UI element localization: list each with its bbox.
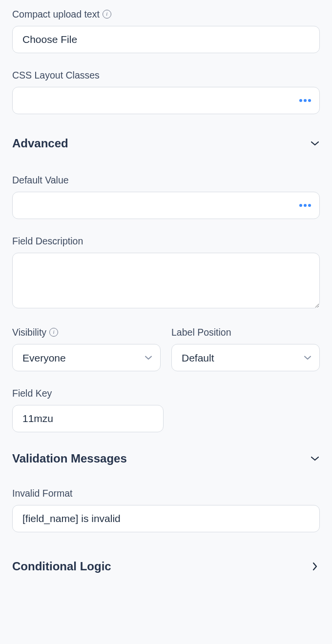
css-layout-field: CSS Layout Classes xyxy=(12,70,320,114)
label-position-label-row: Label Position xyxy=(171,327,320,338)
field-description-field: Field Description xyxy=(12,236,320,310)
css-layout-label-row: CSS Layout Classes xyxy=(12,70,320,81)
default-value-label: Default Value xyxy=(12,175,69,186)
invalid-format-label-row: Invalid Format xyxy=(12,488,320,499)
visibility-select-wrapper: Everyone xyxy=(12,344,161,371)
compact-upload-label: Compact upload text xyxy=(12,9,100,20)
advanced-section-header[interactable]: Advanced xyxy=(12,137,320,150)
more-options-icon[interactable] xyxy=(299,204,311,207)
default-value-label-row: Default Value xyxy=(12,175,320,186)
info-icon[interactable]: i xyxy=(103,10,111,19)
more-options-icon[interactable] xyxy=(299,99,311,102)
chevron-down-icon xyxy=(310,139,320,148)
validation-section-title: Validation Messages xyxy=(12,452,127,465)
field-key-label: Field Key xyxy=(12,388,52,399)
compact-upload-field: Compact upload text i xyxy=(12,9,320,53)
field-key-input[interactable] xyxy=(12,405,164,432)
conditional-section-title: Conditional Logic xyxy=(12,560,111,573)
label-position-label: Label Position xyxy=(171,327,231,338)
default-value-input-wrapper xyxy=(12,192,320,219)
field-description-input[interactable] xyxy=(12,253,320,308)
compact-upload-label-row: Compact upload text i xyxy=(12,9,320,20)
conditional-section-header[interactable]: Conditional Logic xyxy=(12,560,320,573)
css-layout-input-wrapper xyxy=(12,87,320,114)
css-layout-label: CSS Layout Classes xyxy=(12,70,100,81)
css-layout-input[interactable] xyxy=(12,87,320,114)
label-position-select[interactable]: Default xyxy=(171,344,320,371)
compact-upload-input[interactable] xyxy=(12,26,320,53)
validation-section-header[interactable]: Validation Messages xyxy=(12,452,320,465)
default-value-input[interactable] xyxy=(12,192,320,219)
field-description-label: Field Description xyxy=(12,236,83,247)
visibility-label-row: Visibility i xyxy=(12,327,161,338)
field-key-label-row: Field Key xyxy=(12,388,320,399)
visibility-select[interactable]: Everyone xyxy=(12,344,161,371)
invalid-format-field: Invalid Format xyxy=(12,488,320,532)
invalid-format-input[interactable] xyxy=(12,505,320,532)
field-key-field: Field Key xyxy=(12,388,320,432)
field-description-label-row: Field Description xyxy=(12,236,320,247)
advanced-section-title: Advanced xyxy=(12,137,68,150)
visibility-label: Visibility xyxy=(12,327,46,338)
label-position-field: Label Position Default xyxy=(171,327,320,371)
chevron-down-icon xyxy=(310,454,320,463)
label-position-select-wrapper: Default xyxy=(171,344,320,371)
chevron-right-icon xyxy=(310,562,320,571)
invalid-format-label: Invalid Format xyxy=(12,488,73,499)
info-icon[interactable]: i xyxy=(49,328,58,337)
visibility-labelpos-row: Visibility i Everyone Label Position Def… xyxy=(12,327,320,371)
default-value-field: Default Value xyxy=(12,175,320,219)
visibility-field: Visibility i Everyone xyxy=(12,327,161,371)
